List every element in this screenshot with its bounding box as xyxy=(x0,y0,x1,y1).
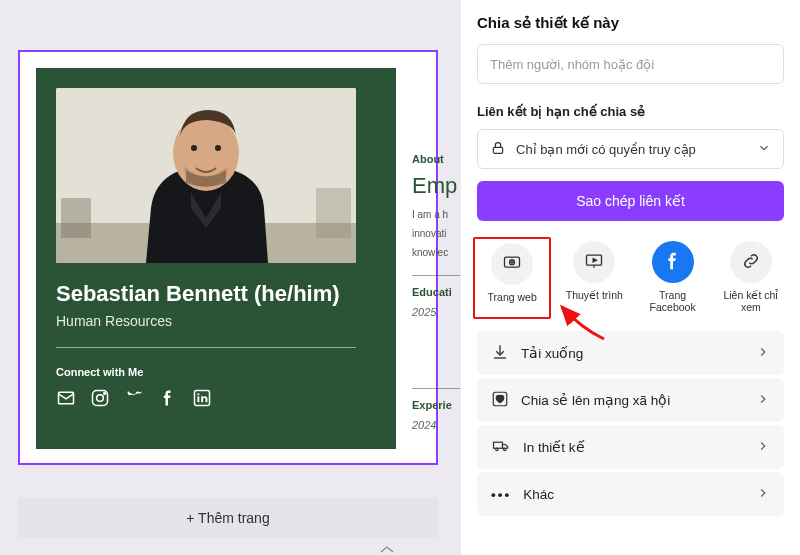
present-icon xyxy=(584,251,604,273)
share-title: Chia sẻ thiết kế này xyxy=(477,14,784,32)
chevron-right-icon xyxy=(756,439,770,456)
chevron-right-icon xyxy=(756,345,770,362)
twitter-icon xyxy=(124,388,144,412)
copy-link-button[interactable]: Sao chép liên kết xyxy=(477,181,784,221)
divider xyxy=(56,347,356,348)
menu-more[interactable]: ••• Khác xyxy=(477,472,784,516)
svg-point-10 xyxy=(104,393,106,395)
svg-point-9 xyxy=(97,395,104,402)
share-option-facebook[interactable]: Trang Facebook xyxy=(640,241,706,313)
share-option-label: Trang Facebook xyxy=(640,289,706,313)
facebook-brand-icon xyxy=(662,250,684,274)
menu-print[interactable]: In thiết kế xyxy=(477,425,784,469)
more-icon: ••• xyxy=(491,487,511,502)
svg-rect-3 xyxy=(316,188,351,238)
people-input[interactable]: Thêm người, nhóm hoặc đội xyxy=(477,44,784,84)
access-dropdown[interactable]: Chỉ bạn mới có quyền truy cập xyxy=(477,129,784,169)
svg-point-21 xyxy=(504,448,506,450)
profile-card: Sebastian Bennett (he/him) Human Resourc… xyxy=(36,68,396,449)
menu-social[interactable]: Chia sẻ lên mạng xã hội xyxy=(477,378,784,422)
profile-name: Sebastian Bennett (he/him) xyxy=(56,281,376,307)
menu-label: Chia sẻ lên mạng xã hội xyxy=(521,392,670,408)
download-icon xyxy=(491,343,509,364)
share-option-website[interactable]: Trang web xyxy=(473,237,551,319)
svg-rect-19 xyxy=(494,442,503,448)
profile-photo xyxy=(56,88,356,263)
chevron-down-icon xyxy=(757,141,771,158)
menu-label: In thiết kế xyxy=(523,439,585,455)
svg-point-13 xyxy=(197,393,199,395)
chevron-right-icon xyxy=(756,392,770,409)
access-value: Chỉ bạn mới có quyền truy cập xyxy=(516,142,696,157)
copy-link-label: Sao chép liên kết xyxy=(576,193,685,209)
share-menu-list: Tải xuống Chia sẻ lên mạng xã hội In thi… xyxy=(477,331,784,516)
share-option-label: Thuyết trình xyxy=(566,289,623,301)
share-option-label: Trang web xyxy=(488,291,537,303)
page-indicator xyxy=(372,545,402,555)
lock-icon xyxy=(490,140,506,159)
svg-point-20 xyxy=(496,448,498,450)
link-icon xyxy=(741,251,761,273)
share-option-present[interactable]: Thuyết trình xyxy=(561,241,627,313)
chevron-right-icon xyxy=(756,486,770,503)
connect-label: Connect with Me xyxy=(56,366,376,378)
workspace: Sebastian Bennett (he/him) Human Resourc… xyxy=(0,0,800,555)
website-icon xyxy=(502,253,522,275)
add-page-button[interactable]: + Thêm trang xyxy=(18,498,438,538)
truck-icon xyxy=(491,437,511,458)
facebook-icon xyxy=(158,388,178,412)
share-option-viewlink[interactable]: Liên kết chỉ xem xyxy=(718,241,784,313)
share-options-row: Trang web Thuyết trình Trang Facebook Li… xyxy=(477,241,784,313)
svg-point-6 xyxy=(215,145,221,151)
social-icons xyxy=(56,388,376,412)
heart-icon xyxy=(491,390,509,411)
menu-label: Tải xuống xyxy=(521,345,583,361)
svg-point-5 xyxy=(191,145,197,151)
profile-role: Human Resources xyxy=(56,313,376,329)
linkedin-icon xyxy=(192,388,212,412)
design-canvas[interactable]: Sebastian Bennett (he/him) Human Resourc… xyxy=(18,50,438,465)
svg-rect-14 xyxy=(493,147,502,153)
mail-icon xyxy=(56,388,76,412)
svg-rect-12 xyxy=(197,396,199,402)
svg-rect-2 xyxy=(61,198,91,238)
add-page-label: + Thêm trang xyxy=(186,510,269,526)
people-placeholder: Thêm người, nhóm hoặc đội xyxy=(490,57,654,72)
share-panel: Chia sẻ thiết kế này Thêm người, nhóm ho… xyxy=(460,0,800,555)
menu-label: Khác xyxy=(523,487,554,502)
share-option-label: Liên kết chỉ xem xyxy=(718,289,784,313)
menu-download[interactable]: Tải xuống xyxy=(477,331,784,375)
link-section-label: Liên kết bị hạn chế chia sẻ xyxy=(477,104,784,119)
instagram-icon xyxy=(90,388,110,412)
